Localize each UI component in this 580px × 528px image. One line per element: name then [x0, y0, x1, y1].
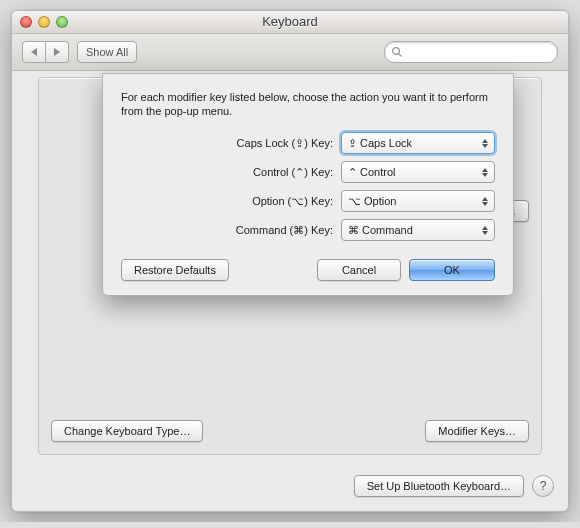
modifier-row: Option (⌥) Key:⌥ Option — [121, 190, 495, 212]
modifier-row-label: Caps Lock (⇪) Key: — [121, 137, 333, 150]
chevron-left-icon — [31, 48, 37, 56]
modifier-popup[interactable]: ⌘ Command — [341, 219, 495, 241]
back-button[interactable] — [22, 41, 46, 63]
modifier-row: Command (⌘) Key:⌘ Command — [121, 219, 495, 241]
svg-point-0 — [393, 48, 400, 55]
modifier-row-label: Command (⌘) Key: — [121, 224, 333, 237]
modifier-popup[interactable]: ⇪ Caps Lock — [341, 132, 495, 154]
popup-arrows-icon — [478, 164, 492, 180]
bluetooth-keyboard-button[interactable]: Set Up Bluetooth Keyboard… — [354, 475, 524, 497]
sheet-actions: Restore Defaults Cancel OK — [121, 259, 495, 281]
cancel-button[interactable]: Cancel — [317, 259, 401, 281]
modifier-popup-value: ⌥ Option — [348, 195, 396, 208]
cancel-label: Cancel — [342, 264, 376, 276]
modifier-keys-label: Modifier Keys… — [438, 425, 516, 437]
modifier-row-label: Control (⌃) Key: — [121, 166, 333, 179]
change-keyboard-type-label: Change Keyboard Type… — [64, 425, 190, 437]
window-title: Keyboard — [262, 14, 318, 29]
minimize-icon[interactable] — [38, 16, 50, 28]
modifier-row: Caps Lock (⇪) Key:⇪ Caps Lock — [121, 132, 495, 154]
search-field[interactable] — [407, 45, 551, 59]
modifier-keys-button[interactable]: Modifier Keys… — [425, 420, 529, 442]
restore-defaults-label: Restore Defaults — [134, 264, 216, 276]
modifier-row-label: Option (⌥) Key: — [121, 195, 333, 208]
modifier-keys-sheet: For each modifier key listed below, choo… — [102, 73, 514, 296]
show-all-button[interactable]: Show All — [77, 41, 137, 63]
restore-defaults-button[interactable]: Restore Defaults — [121, 259, 229, 281]
change-keyboard-type-button[interactable]: Change Keyboard Type… — [51, 420, 203, 442]
popup-arrows-icon — [478, 222, 492, 238]
help-icon: ? — [540, 479, 547, 493]
ok-label: OK — [444, 264, 460, 276]
zoom-icon[interactable] — [56, 16, 68, 28]
traffic-lights — [20, 16, 68, 28]
modifier-popup-value: ⇪ Caps Lock — [348, 137, 412, 150]
chevron-right-icon — [54, 48, 60, 56]
search-icon — [391, 46, 403, 58]
help-button[interactable]: ? — [532, 475, 554, 497]
sheet-description: For each modifier key listed below, choo… — [121, 90, 495, 118]
modifier-popup-value: ⌘ Command — [348, 224, 413, 237]
modifier-popup[interactable]: ⌃ Control — [341, 161, 495, 183]
ok-button[interactable]: OK — [409, 259, 495, 281]
preferences-window: Keyboard Show All Input Sources… Change … — [11, 10, 569, 512]
nav-segment — [22, 41, 69, 63]
modifier-popup[interactable]: ⌥ Option — [341, 190, 495, 212]
close-icon[interactable] — [20, 16, 32, 28]
search-input[interactable] — [384, 41, 558, 63]
show-all-label: Show All — [86, 46, 128, 58]
toolbar: Show All — [12, 34, 568, 71]
window-footer: Set Up Bluetooth Keyboard… ? — [354, 475, 554, 497]
modifier-rows: Caps Lock (⇪) Key:⇪ Caps LockControl (⌃)… — [121, 132, 495, 241]
bluetooth-keyboard-label: Set Up Bluetooth Keyboard… — [367, 480, 511, 492]
titlebar[interactable]: Keyboard — [12, 11, 568, 34]
forward-button[interactable] — [46, 41, 69, 63]
modifier-popup-value: ⌃ Control — [348, 166, 396, 179]
svg-line-1 — [399, 54, 402, 57]
popup-arrows-icon — [478, 193, 492, 209]
popup-arrows-icon — [478, 135, 492, 151]
modifier-row: Control (⌃) Key:⌃ Control — [121, 161, 495, 183]
